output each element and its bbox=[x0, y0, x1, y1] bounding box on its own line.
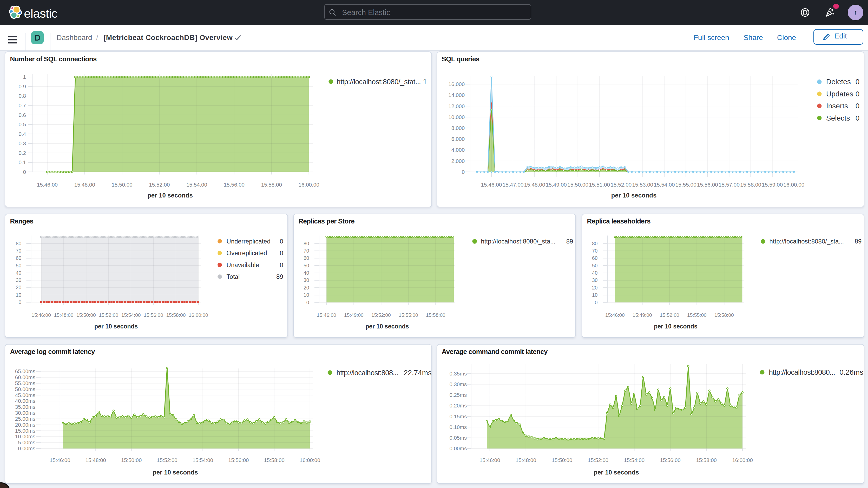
svg-text:Deletes: Deletes bbox=[826, 78, 850, 86]
svg-text:15:54:00: 15:54:00 bbox=[193, 457, 213, 463]
svg-text:70: 70 bbox=[16, 248, 22, 254]
svg-text:0.20ms: 0.20ms bbox=[449, 403, 466, 408]
svg-text:15:48:00: 15:48:00 bbox=[515, 457, 536, 463]
svg-text:0: 0 bbox=[280, 249, 283, 256]
svg-text:15:59:00: 15:59:00 bbox=[762, 181, 782, 187]
svg-text:0: 0 bbox=[855, 101, 860, 110]
svg-text:15:54:00: 15:54:00 bbox=[121, 312, 141, 317]
svg-text:0: 0 bbox=[855, 78, 860, 86]
svg-text:10: 10 bbox=[304, 292, 309, 298]
svg-text:15:57:00: 15:57:00 bbox=[718, 181, 739, 187]
svg-text:15:56:00: 15:56:00 bbox=[224, 181, 245, 187]
svg-text:22.74ms: 22.74ms bbox=[404, 369, 432, 377]
svg-text:50: 50 bbox=[304, 263, 309, 268]
svg-text:15:58:00: 15:58:00 bbox=[264, 457, 285, 463]
svg-text:15:50:00: 15:50:00 bbox=[121, 457, 142, 463]
svg-text:60.00ms: 60.00ms bbox=[15, 374, 35, 380]
svg-text:15:48:00: 15:48:00 bbox=[524, 181, 545, 187]
svg-text:15:50:00: 15:50:00 bbox=[567, 181, 588, 187]
svg-text:15:52:00: 15:52:00 bbox=[99, 312, 118, 317]
svg-text:15:55:00: 15:55:00 bbox=[687, 312, 707, 317]
svg-text:20: 20 bbox=[304, 284, 309, 290]
svg-text:0.4: 0.4 bbox=[19, 131, 26, 137]
svg-text:15:46:00: 15:46:00 bbox=[50, 457, 70, 463]
svg-text:15:48:00: 15:48:00 bbox=[54, 312, 73, 317]
svg-text:per 10 seconds: per 10 seconds bbox=[94, 323, 138, 330]
svg-text:per 10 seconds: per 10 seconds bbox=[654, 323, 697, 330]
svg-text:80: 80 bbox=[16, 240, 22, 246]
svg-text:15:58:00: 15:58:00 bbox=[740, 181, 761, 187]
svg-text:Unavailable: Unavailable bbox=[227, 261, 259, 268]
svg-text:10: 10 bbox=[16, 292, 22, 298]
svg-text:10,000: 10,000 bbox=[448, 114, 464, 120]
svg-text:50.00ms: 50.00ms bbox=[15, 387, 35, 392]
svg-text:15:50:00: 15:50:00 bbox=[76, 312, 96, 317]
svg-text:0.25ms: 0.25ms bbox=[449, 392, 466, 398]
svg-text:Updates: Updates bbox=[826, 90, 853, 98]
svg-text:15:46:00: 15:46:00 bbox=[479, 457, 500, 463]
svg-text:15:56:00: 15:56:00 bbox=[228, 457, 249, 463]
svg-text:30: 30 bbox=[592, 277, 598, 283]
svg-text:0: 0 bbox=[855, 114, 860, 122]
svg-text:40.00ms: 40.00ms bbox=[15, 398, 35, 404]
svg-text:25.00ms: 25.00ms bbox=[15, 416, 35, 422]
svg-text:60: 60 bbox=[16, 255, 22, 261]
svg-text:40: 40 bbox=[16, 270, 22, 276]
svg-text:15:46:00: 15:46:00 bbox=[481, 181, 502, 187]
svg-text:0: 0 bbox=[855, 90, 860, 98]
svg-text:0.8: 0.8 bbox=[19, 92, 26, 98]
svg-text:70: 70 bbox=[304, 248, 309, 254]
svg-text:0: 0 bbox=[595, 299, 598, 305]
svg-text:15.00ms: 15.00ms bbox=[15, 428, 35, 434]
svg-text:12,000: 12,000 bbox=[448, 103, 464, 109]
svg-text:15:56:00: 15:56:00 bbox=[144, 312, 163, 317]
svg-text:0: 0 bbox=[19, 299, 22, 305]
svg-text:0: 0 bbox=[306, 299, 309, 305]
svg-text:89: 89 bbox=[855, 238, 862, 245]
svg-text:15:52:00: 15:52:00 bbox=[149, 181, 170, 187]
svg-text:http://localhost:8080/_stat...: http://localhost:8080/_stat... bbox=[337, 78, 421, 86]
svg-text:0.35ms: 0.35ms bbox=[449, 371, 466, 376]
svg-text:16:00:00: 16:00:00 bbox=[732, 457, 752, 463]
svg-text:0.9: 0.9 bbox=[19, 83, 26, 89]
svg-text:80: 80 bbox=[304, 240, 309, 246]
svg-text:Inserts: Inserts bbox=[826, 101, 848, 110]
svg-text:15:52:00: 15:52:00 bbox=[371, 312, 391, 317]
svg-text:89: 89 bbox=[566, 238, 573, 245]
svg-text:15:52:00: 15:52:00 bbox=[157, 457, 177, 463]
svg-text:15:48:00: 15:48:00 bbox=[74, 181, 95, 187]
svg-text:40: 40 bbox=[304, 270, 309, 276]
svg-text:10: 10 bbox=[592, 292, 598, 298]
svg-text:15:54:00: 15:54:00 bbox=[624, 457, 644, 463]
svg-text:0.30ms: 0.30ms bbox=[449, 382, 466, 387]
svg-text:0.26ms: 0.26ms bbox=[839, 368, 863, 376]
svg-text:0.05ms: 0.05ms bbox=[449, 435, 466, 441]
svg-text:0.7: 0.7 bbox=[19, 102, 26, 108]
svg-text:http://localhost:8080/_sta...: http://localhost:8080/_sta... bbox=[481, 238, 555, 245]
svg-text:50: 50 bbox=[16, 263, 22, 268]
svg-text:15:46:00: 15:46:00 bbox=[31, 312, 51, 317]
svg-text:Underreplicated: Underreplicated bbox=[227, 238, 271, 245]
svg-text:15:56:00: 15:56:00 bbox=[660, 457, 680, 463]
svg-text:60: 60 bbox=[592, 255, 598, 261]
svg-text:per 10 seconds: per 10 seconds bbox=[153, 469, 198, 476]
svg-text:30: 30 bbox=[304, 277, 309, 283]
svg-text:30: 30 bbox=[16, 277, 22, 283]
svg-text:16:00:00: 16:00:00 bbox=[189, 312, 208, 317]
svg-text:0.6: 0.6 bbox=[19, 112, 26, 118]
svg-text:8,000: 8,000 bbox=[451, 125, 465, 131]
svg-text:30.00ms: 30.00ms bbox=[15, 410, 35, 416]
svg-text:45.00ms: 45.00ms bbox=[15, 392, 35, 398]
svg-text:15:50:00: 15:50:00 bbox=[112, 181, 132, 187]
svg-text:0: 0 bbox=[280, 261, 283, 268]
svg-text:35.00ms: 35.00ms bbox=[15, 404, 35, 410]
svg-text:15:58:00: 15:58:00 bbox=[426, 312, 445, 317]
svg-text:0.2: 0.2 bbox=[19, 150, 26, 156]
svg-text:http://localhost:808...: http://localhost:808... bbox=[337, 369, 398, 377]
svg-text:20: 20 bbox=[592, 284, 598, 290]
svg-text:0: 0 bbox=[23, 169, 26, 175]
svg-text:15:55:00: 15:55:00 bbox=[399, 312, 418, 317]
svg-text:0.10ms: 0.10ms bbox=[449, 424, 466, 430]
svg-text:20.00ms: 20.00ms bbox=[15, 422, 35, 428]
svg-text:15:54:00: 15:54:00 bbox=[654, 181, 675, 187]
